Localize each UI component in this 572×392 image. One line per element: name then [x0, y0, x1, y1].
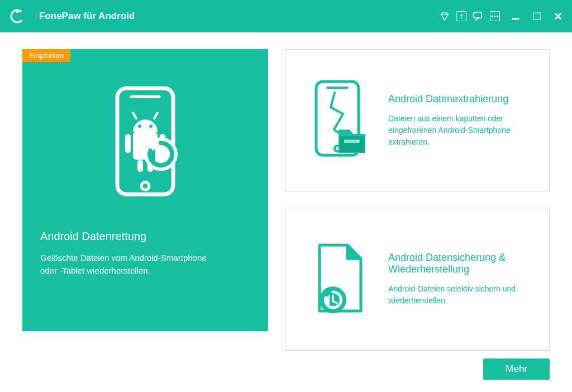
svg-rect-6 — [533, 13, 540, 20]
svg-marker-2 — [441, 12, 449, 20]
feedback-icon[interactable] — [473, 11, 484, 22]
card-extraction[interactable]: Android Datenextrahierung Dateien aus ei… — [285, 49, 550, 192]
svg-point-11 — [141, 182, 149, 190]
svg-line-15 — [133, 113, 136, 118]
diamond-icon[interactable] — [439, 11, 450, 22]
svg-rect-5 — [512, 18, 519, 20]
card-backup-desc: Android-Dateien selektiv sichern und wie… — [388, 283, 533, 307]
window-controls — [511, 11, 563, 21]
svg-point-1 — [16, 9, 19, 13]
card-extraction-title: Android Datenextrahierung — [388, 93, 533, 105]
card-recovery-title: Android Datenrettung — [40, 230, 250, 243]
phone-restore-icon — [40, 71, 250, 217]
broken-phone-icon — [301, 76, 374, 165]
svg-point-13 — [138, 125, 141, 128]
app-window: FonePaw für Android f ••• — [0, 0, 572, 392]
svg-rect-19 — [137, 160, 143, 172]
app-title: FonePaw für Android — [39, 11, 135, 22]
titlebar: FonePaw für Android f ••• — [0, 0, 572, 32]
menu-icon[interactable]: ••• — [489, 11, 500, 22]
svg-point-14 — [149, 125, 152, 128]
footer-row: Mehr — [22, 358, 550, 380]
more-button[interactable]: Mehr — [483, 358, 550, 380]
svg-rect-4 — [474, 12, 482, 18]
card-recovery[interactable]: Empfohlen — [22, 49, 268, 331]
recommended-badge: Empfohlen — [22, 49, 70, 62]
maximize-button[interactable] — [532, 11, 542, 21]
svg-rect-17 — [125, 134, 131, 153]
card-extraction-desc: Dateien aus einem kaputten oder eingefro… — [388, 113, 533, 148]
document-restore-icon — [301, 237, 374, 321]
svg-rect-26 — [344, 140, 360, 143]
svg-line-16 — [154, 113, 158, 118]
content-area: Empfohlen — [0, 32, 572, 392]
card-backup[interactable]: Android Datensicherung & Wiederherstellu… — [285, 208, 550, 351]
close-button[interactable] — [553, 11, 563, 21]
card-recovery-desc: Gelöschte Dateien vom Android-Smartphone… — [40, 252, 208, 277]
right-column: Android Datenextrahierung Dateien aus ei… — [285, 49, 550, 351]
app-logo-icon — [9, 8, 26, 25]
titlebar-icons: f ••• — [439, 11, 500, 22]
facebook-icon[interactable]: f — [456, 11, 467, 22]
minimize-button[interactable] — [511, 11, 521, 21]
card-backup-title: Android Datensicherung & Wiederherstellu… — [388, 252, 533, 275]
cards-row: Empfohlen — [22, 49, 550, 351]
